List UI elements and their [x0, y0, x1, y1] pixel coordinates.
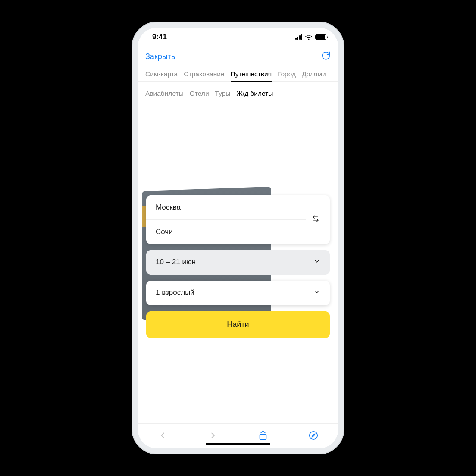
- chevron-right-icon: [208, 431, 218, 440]
- passengers-value: 1 взрослый: [156, 288, 194, 297]
- secondary-tabs: Авиабилеты Отели Туры Ж/д билеты: [138, 84, 338, 103]
- chevron-left-icon: [158, 431, 167, 440]
- chevron-down-icon: [313, 288, 320, 298]
- tab-hotels[interactable]: Отели: [190, 90, 209, 97]
- tab-city[interactable]: Город: [278, 70, 296, 78]
- status-time: 9:41: [152, 33, 167, 41]
- cellular-signal-icon: [295, 34, 303, 40]
- tab-flights[interactable]: Авиабилеты: [145, 90, 184, 97]
- swap-icon: [312, 215, 319, 222]
- compass-icon: [309, 431, 318, 440]
- share-button[interactable]: [254, 428, 272, 445]
- tab-train[interactable]: Ж/д билеты: [237, 84, 273, 103]
- battery-icon: [315, 34, 326, 40]
- tab-tours[interactable]: Туры: [215, 90, 231, 97]
- forward-button[interactable]: [204, 428, 222, 445]
- hero-subtitle: Вернем до 5% от стоимости билетов при оп…: [146, 155, 330, 173]
- swap-button[interactable]: [309, 212, 322, 227]
- wifi-icon: [305, 34, 313, 40]
- search-form: Москва Сочи 10 – 21 июн 1 взрослый: [146, 195, 330, 338]
- hero-section: Ж/д билеты с кэшбэком Вернем до 5% от ст…: [138, 103, 338, 423]
- route-card: Москва Сочи: [146, 195, 330, 244]
- status-bar: 9:41: [138, 28, 338, 47]
- primary-tabs: Сим-карта Страхование Путешествия Город …: [138, 66, 338, 82]
- compass-button[interactable]: [304, 428, 323, 445]
- back-button[interactable]: [153, 428, 172, 445]
- close-button[interactable]: Закрыть: [145, 52, 175, 61]
- share-icon: [258, 430, 268, 441]
- phone-frame: 9:41 Закрыть Сим-карта Страх: [132, 22, 344, 454]
- to-input[interactable]: Сочи: [146, 219, 306, 244]
- search-button[interactable]: Найти: [146, 311, 330, 338]
- status-icons: [295, 34, 327, 40]
- tab-sim[interactable]: Сим-карта: [145, 70, 178, 78]
- hero-title: Ж/д билеты с кэшбэком: [146, 135, 330, 149]
- home-indicator[interactable]: [206, 443, 270, 445]
- dates-value: 10 – 21 июн: [156, 258, 196, 266]
- passengers-selector[interactable]: 1 взрослый: [146, 281, 330, 305]
- svg-point-1: [310, 431, 317, 439]
- nav-bar: Закрыть: [138, 47, 338, 66]
- tab-insurance[interactable]: Страхование: [184, 70, 224, 78]
- tab-travel[interactable]: Путешествия: [231, 66, 272, 82]
- screen: 9:41 Закрыть Сим-карта Страх: [138, 28, 338, 448]
- svg-marker-2: [312, 434, 315, 437]
- from-input[interactable]: Москва: [146, 195, 330, 219]
- dates-selector[interactable]: 10 – 21 июн: [146, 250, 330, 275]
- chevron-down-icon: [313, 258, 320, 267]
- reload-button[interactable]: [321, 51, 331, 62]
- tab-installments[interactable]: Долями: [302, 70, 326, 78]
